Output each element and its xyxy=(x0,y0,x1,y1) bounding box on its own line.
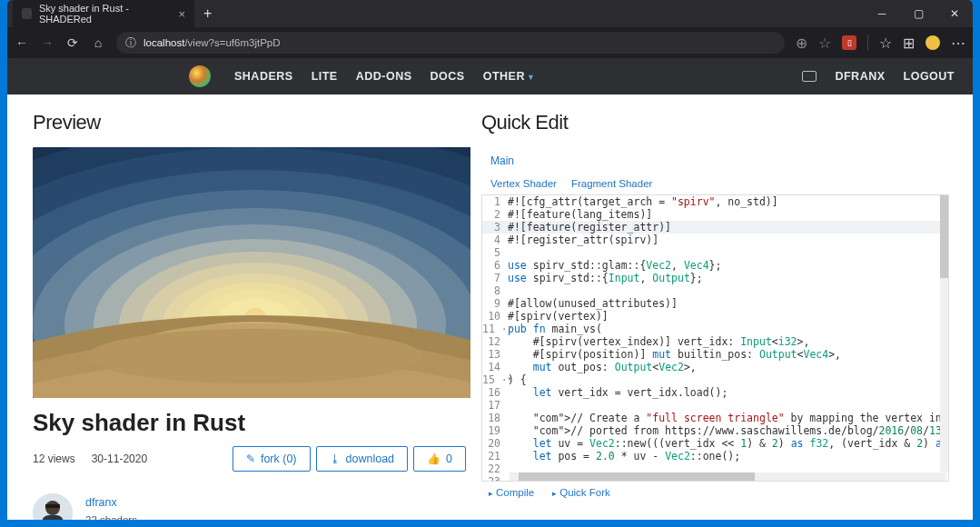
new-tab-button[interactable]: + xyxy=(194,5,221,22)
minimize-button[interactable]: ─ xyxy=(864,0,900,27)
author-shaders: 22 shaders xyxy=(85,512,137,520)
code-line[interactable]: 2#![feature(lang_items)] xyxy=(482,208,948,221)
url-host: localhost xyxy=(144,37,184,48)
url-input[interactable]: ⓘ localhost/view?s=uf6m3jtPpD xyxy=(116,32,785,54)
fork-button[interactable]: ✎fork (0) xyxy=(233,446,311,472)
code-line[interactable]: 10#[spirv(vertex)] xyxy=(482,310,948,323)
shader-title: Sky shader in Rust xyxy=(33,409,466,437)
code-line[interactable]: 19 "com">// ported from https://www.sasc… xyxy=(482,424,948,437)
menu-button[interactable]: ⋯ xyxy=(951,35,965,52)
site-navbar: SHADERS LITE ADD-ONS DOCS OTHER▼ DFRANX … xyxy=(7,58,973,94)
author-name[interactable]: dfranx xyxy=(85,493,137,512)
profile-avatar[interactable] xyxy=(926,35,940,50)
close-icon[interactable]: × xyxy=(178,7,185,21)
pencil-icon: ✎ xyxy=(246,452,255,465)
author-avatar[interactable] xyxy=(33,493,73,520)
refresh-button[interactable]: ⟳ xyxy=(65,35,80,50)
nav-logout[interactable]: LOGOUT xyxy=(904,70,955,83)
code-line[interactable]: 20 let uv = Vec2::new(((vert_idx << 1) &… xyxy=(482,437,948,450)
download-icon: ⭳ xyxy=(330,452,341,465)
view-count: 12 views xyxy=(33,452,75,465)
code-line[interactable]: 3#![feature(register_attr)] xyxy=(482,221,948,234)
download-button[interactable]: ⭳download xyxy=(316,446,409,472)
code-line[interactable]: 17 xyxy=(482,399,948,412)
nav-other[interactable]: OTHER▼ xyxy=(483,70,536,83)
vertical-scrollbar[interactable] xyxy=(940,195,948,472)
code-line[interactable]: 8 xyxy=(482,284,948,297)
like-button[interactable]: 👍0 xyxy=(413,446,466,472)
messages-icon[interactable] xyxy=(802,71,817,82)
nav-docs[interactable]: DOCS xyxy=(431,70,465,83)
site-info-icon[interactable]: ⓘ xyxy=(125,36,136,50)
quickedit-file[interactable]: Main xyxy=(481,149,949,173)
tab-favicon xyxy=(22,8,32,19)
shader-render xyxy=(33,147,470,398)
quick-fork-button[interactable]: ▸Quick Fork xyxy=(552,487,610,498)
code-line[interactable]: 6use spirv_std::glam::{Vec2, Vec4}; xyxy=(482,259,948,272)
close-window-button[interactable]: ✕ xyxy=(936,0,973,27)
nav-lite[interactable]: LITE xyxy=(312,70,338,83)
nav-shaders[interactable]: SHADERS xyxy=(234,70,293,83)
code-line[interactable]: 4#![register_attr(spirv)] xyxy=(482,234,948,246)
brand-logo[interactable] xyxy=(189,65,211,87)
favorites-bar-icon[interactable]: ☆ xyxy=(879,35,892,52)
nav-username[interactable]: DFRANX xyxy=(835,70,885,83)
browser-address-bar: ← → ⟳ ⌂ ⓘ localhost/view?s=uf6m3jtPpD ⊕ … xyxy=(7,27,973,58)
code-line[interactable]: 5 xyxy=(482,246,948,259)
url-path: /view?s=uf6m3jtPpD xyxy=(184,37,280,48)
tab-vertex-shader[interactable]: Vertex Shader xyxy=(490,178,557,189)
code-line[interactable]: 16 let vert_idx = vert_idx.load(); xyxy=(482,386,948,399)
preview-heading: Preview xyxy=(33,111,466,134)
code-line[interactable]: 11 ·▸pub fn main_vs( xyxy=(482,323,948,335)
home-button[interactable]: ⌂ xyxy=(91,35,105,50)
browser-titlebar: Sky shader in Rust - SHADERed × + ─ ▢ ✕ xyxy=(7,0,973,27)
compile-button[interactable]: ▸Compile xyxy=(489,487,534,498)
tab-title: Sky shader in Rust - SHADERed xyxy=(39,3,172,25)
code-line[interactable]: 13 #[spirv(position)] mut builtin_pos: O… xyxy=(482,348,948,361)
extension-badge[interactable]: ▯ xyxy=(842,35,856,50)
nav-addons[interactable]: ADD-ONS xyxy=(356,70,412,83)
zoom-icon[interactable]: ⊕ xyxy=(796,35,807,52)
svg-rect-24 xyxy=(45,504,60,508)
code-line[interactable]: 1#![cfg_attr(target_arch = "spirv", no_s… xyxy=(482,195,948,208)
publish-date: 30-11-2020 xyxy=(92,452,147,465)
quickedit-heading: Quick Edit xyxy=(481,111,949,134)
shader-preview xyxy=(33,147,470,398)
svg-point-20 xyxy=(87,329,423,383)
code-line[interactable]: 21 let pos = 2.0 * uv - Vec2::one(); xyxy=(482,450,948,462)
collections-icon[interactable]: ⊞ xyxy=(903,35,915,52)
code-line[interactable]: 7use spirv_std::{Input, Output}; xyxy=(482,272,948,284)
forward-button[interactable]: → xyxy=(40,35,54,50)
back-button[interactable]: ← xyxy=(15,35,29,50)
code-editor[interactable]: 1#![cfg_attr(target_arch = "spirv", no_s… xyxy=(481,195,949,482)
tab-fragment-shader[interactable]: Fragment Shader xyxy=(571,178,653,189)
maximize-button[interactable]: ▢ xyxy=(900,0,936,27)
horizontal-scrollbar[interactable] xyxy=(510,472,946,481)
browser-tab[interactable]: Sky shader in Rust - SHADERed × xyxy=(13,0,194,27)
code-line[interactable]: 14 mut out_pos: Output<Vec2>, xyxy=(482,361,948,373)
code-line[interactable]: 12 #[spirv(vertex_index)] vert_idx: Inpu… xyxy=(482,335,948,348)
code-line[interactable]: 9#[allow(unused_attributes)] xyxy=(482,297,948,310)
code-line[interactable]: 15 ·▸) { xyxy=(482,373,948,386)
thumbs-up-icon: 👍 xyxy=(427,452,441,465)
favorite-icon[interactable]: ☆ xyxy=(818,35,831,52)
code-line[interactable]: 18 "com">// Create a "full screen triang… xyxy=(482,412,948,424)
